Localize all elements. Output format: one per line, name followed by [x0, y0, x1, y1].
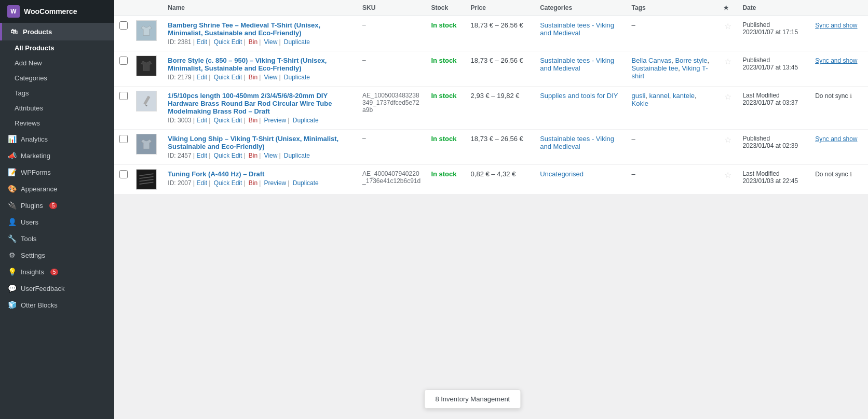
product-view-link[interactable]: Preview — [264, 179, 287, 187]
product-name-link[interactable]: 1/5/10pcs length 100-450mm 2/3/4/5/6/8-2… — [168, 92, 332, 115]
tag-link[interactable]: gusli — [632, 92, 646, 100]
product-duplicate-link[interactable]: Duplicate — [293, 179, 319, 187]
tag-link[interactable]: Bella Canvas — [632, 57, 672, 64]
category-link[interactable]: Uncategorised — [540, 170, 584, 178]
tag-link[interactable]: Borre style — [675, 57, 707, 64]
product-stock-cell: In stock — [426, 87, 465, 130]
product-edit-link[interactable]: Edit — [196, 38, 207, 46]
featured-star-icon[interactable]: ☆ — [724, 57, 731, 66]
sidebar: W WooCommerce 🛍 Products All Products Ad… — [0, 0, 114, 419]
product-stock-cell: In stock — [426, 16, 465, 51]
sidebar-item-categories[interactable]: Categories — [0, 71, 114, 86]
product-meta-id: ID: 2179 | Edit| Quick Edit| Bin| View| … — [168, 74, 352, 81]
sidebar-item-attributes[interactable]: Attributes — [0, 101, 114, 116]
product-thumbnail-cell — [133, 165, 162, 194]
sidebar-item-otter-blocks[interactable]: 🧊 Otter Blocks — [0, 297, 114, 313]
product-date-cell: Published 2023/01/04 at 02:39 — [737, 130, 810, 165]
sidebar-item-tools[interactable]: 🔧 Tools — [0, 230, 114, 247]
product-view-link[interactable]: View — [264, 152, 278, 159]
date-status: Last Modified — [742, 92, 805, 99]
row-checkbox[interactable] — [119, 92, 128, 100]
product-sync-cell: Do not sync ℹ — [810, 165, 868, 194]
product-duplicate-link[interactable]: Duplicate — [293, 117, 319, 124]
row-checkbox[interactable] — [119, 57, 128, 65]
categories-label: Categories — [15, 74, 47, 82]
sidebar-item-plugins[interactable]: 🔌 Plugins 5 — [0, 197, 114, 214]
sidebar-item-tags[interactable]: Tags — [0, 86, 114, 101]
product-sku-cell: – — [357, 51, 426, 87]
featured-star-icon[interactable]: ☆ — [724, 92, 731, 101]
product-price-cell: 18,73 € – 26,56 € — [466, 130, 535, 165]
sidebar-item-settings[interactable]: ⚙ Settings — [0, 247, 114, 263]
product-tags-cell: – — [627, 16, 718, 51]
product-name-link[interactable]: Tuning Fork (A-440 Hz) – Draft — [168, 170, 264, 178]
sidebar-item-products[interactable]: 🛍 Products — [0, 23, 114, 40]
sidebar-item-users[interactable]: 👤 Users — [0, 214, 114, 230]
col-thumb — [133, 0, 162, 16]
product-duplicate-link[interactable]: Duplicate — [284, 38, 310, 46]
product-duplicate-link[interactable]: Duplicate — [284, 74, 310, 81]
appearance-label: Appearance — [21, 185, 57, 193]
row-checkbox[interactable] — [119, 170, 128, 178]
product-bin-link[interactable]: Bin — [249, 152, 257, 159]
product-edit-link[interactable]: Edit — [196, 117, 207, 124]
product-name-cell: 1/5/10pcs length 100-450mm 2/3/4/5/6/8-2… — [162, 87, 357, 130]
product-view-link[interactable]: View — [264, 74, 278, 81]
featured-star-icon[interactable]: ☆ — [724, 171, 731, 179]
product-view-link[interactable]: View — [264, 38, 278, 46]
product-quick-edit-link[interactable]: Quick Edit — [214, 179, 242, 187]
attributes-label: Attributes — [15, 104, 43, 112]
sidebar-item-all-products[interactable]: All Products — [0, 40, 114, 55]
tag-link[interactable]: kannel — [649, 92, 669, 100]
tag-link[interactable]: kantele — [673, 92, 695, 100]
sidebar-item-wpforms[interactable]: 📝 WPForms — [0, 164, 114, 180]
product-name-link[interactable]: Bamberg Shrine Tee – Medieval T-Shirt (U… — [168, 21, 320, 37]
date-value: 2023/01/07 at 17:15 — [742, 29, 805, 36]
product-sku-cell: AE_1005003483238349_1737dfced5e72a9b — [357, 87, 426, 130]
tag-link[interactable]: Kokle — [632, 100, 649, 107]
sync-link[interactable]: Sync and show — [815, 135, 857, 143]
marketing-label: Marketing — [21, 152, 50, 160]
product-quick-edit-link[interactable]: Quick Edit — [214, 38, 242, 46]
woocommerce-logo[interactable]: W WooCommerce — [0, 0, 114, 23]
featured-star-icon[interactable]: ☆ — [724, 22, 731, 31]
product-edit-link[interactable]: Edit — [196, 179, 207, 187]
date-value: 2023/01/07 at 13:45 — [742, 64, 805, 71]
product-thumbnail-cell — [133, 130, 162, 165]
product-bin-link[interactable]: Bin — [249, 179, 257, 187]
date-status: Published — [742, 57, 805, 64]
category-link[interactable]: Sustainable tees - Viking and Medieval — [540, 135, 614, 150]
product-quick-edit-link[interactable]: Quick Edit — [214, 74, 242, 81]
category-link[interactable]: Supplies and tools for DIY — [540, 92, 618, 100]
product-bin-link[interactable]: Bin — [249, 74, 257, 81]
product-quick-edit-link[interactable]: Quick Edit — [214, 117, 242, 124]
sidebar-item-reviews[interactable]: Reviews — [0, 116, 114, 131]
row-checkbox[interactable] — [119, 21, 128, 30]
product-bin-link[interactable]: Bin — [249, 38, 257, 46]
product-name-link[interactable]: Borre Style (c. 850 – 950) – Viking T-Sh… — [168, 57, 327, 72]
sidebar-item-appearance[interactable]: 🎨 Appearance — [0, 180, 114, 197]
row-checkbox[interactable] — [119, 135, 128, 143]
product-edit-link[interactable]: Edit — [196, 152, 207, 159]
featured-star-icon[interactable]: ☆ — [724, 135, 731, 144]
sidebar-item-userfeedback[interactable]: 💬 UserFeedback — [0, 280, 114, 297]
sidebar-item-analytics[interactable]: 📊 Analytics — [0, 131, 114, 147]
date-value: 2023/01/04 at 02:39 — [742, 142, 805, 149]
sidebar-item-add-new[interactable]: Add New — [0, 55, 114, 71]
category-link[interactable]: Sustainable tees - Viking and Medieval — [540, 57, 614, 72]
category-link[interactable]: Sustainable tees - Viking and Medieval — [540, 21, 614, 37]
product-quick-edit-link[interactable]: Quick Edit — [214, 152, 242, 159]
sync-link[interactable]: Sync and show — [815, 22, 857, 29]
product-tags-cell: – — [627, 130, 718, 165]
product-name-link[interactable]: Viking Long Ship – Viking T-Shirt (Unise… — [168, 135, 338, 150]
product-meta-id: ID: 2007 | Edit| Quick Edit| Bin| Previe… — [168, 179, 352, 187]
product-view-link[interactable]: Preview — [264, 117, 287, 124]
product-bin-link[interactable]: Bin — [249, 117, 257, 124]
sidebar-products-label: Products — [23, 28, 52, 36]
sidebar-item-insights[interactable]: 💡 Insights 5 — [0, 263, 114, 280]
sidebar-item-marketing[interactable]: 📣 Marketing — [0, 147, 114, 164]
tag-link[interactable]: Sustainable tee — [632, 64, 679, 72]
product-edit-link[interactable]: Edit — [196, 74, 207, 81]
sync-link[interactable]: Sync and show — [815, 57, 857, 64]
product-duplicate-link[interactable]: Duplicate — [284, 152, 310, 159]
